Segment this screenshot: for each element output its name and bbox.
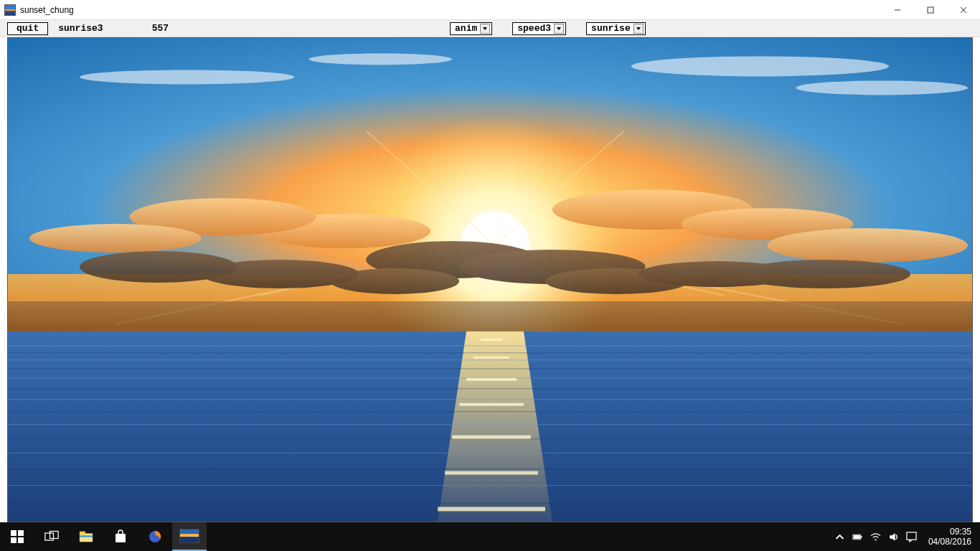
task-view-button[interactable] bbox=[34, 522, 69, 551]
taskbar-clock[interactable]: 09:35 04/08/2016 bbox=[924, 527, 976, 547]
svg-rect-52 bbox=[459, 403, 524, 406]
svg-point-30 bbox=[80, 251, 237, 283]
action-center-icon[interactable] bbox=[906, 532, 917, 542]
scene-select[interactable]: sunrise bbox=[586, 22, 646, 35]
start-button[interactable] bbox=[0, 522, 34, 551]
svg-point-14 bbox=[631, 56, 889, 76]
svg-rect-32 bbox=[8, 301, 972, 331]
titlebar: sunset_chung bbox=[0, 0, 980, 20]
quit-button[interactable]: quit bbox=[7, 22, 48, 35]
svg-rect-59 bbox=[18, 537, 24, 543]
svg-point-17 bbox=[308, 53, 452, 65]
sunset-app-taskbar-icon[interactable] bbox=[172, 522, 207, 551]
svg-rect-71 bbox=[907, 532, 916, 539]
sunset-image bbox=[8, 38, 972, 522]
svg-rect-50 bbox=[473, 357, 509, 359]
svg-rect-55 bbox=[438, 507, 545, 512]
tray-chevron-up-icon[interactable] bbox=[834, 532, 845, 542]
svg-rect-53 bbox=[452, 435, 531, 439]
svg-rect-58 bbox=[11, 537, 17, 543]
file-explorer-icon[interactable] bbox=[69, 522, 103, 551]
window-controls bbox=[881, 0, 980, 20]
svg-point-15 bbox=[796, 80, 968, 95]
toolbar: quit sunrise3 557 anim speed3 sunrise bbox=[0, 20, 980, 37]
image-viewport bbox=[7, 37, 973, 522]
svg-rect-57 bbox=[18, 530, 24, 536]
chevron-down-icon bbox=[480, 24, 490, 34]
svg-rect-61 bbox=[50, 532, 59, 539]
svg-rect-69 bbox=[854, 535, 860, 539]
svg-rect-68 bbox=[861, 535, 862, 537]
close-button[interactable] bbox=[947, 0, 980, 20]
counter-value: 557 bbox=[148, 23, 173, 34]
chevron-down-icon bbox=[633, 24, 644, 34]
svg-rect-49 bbox=[481, 339, 502, 341]
anim-select-value: anim bbox=[455, 23, 477, 34]
taskbar: 09:35 04/08/2016 bbox=[0, 522, 980, 551]
battery-icon[interactable] bbox=[852, 532, 863, 542]
maximize-button[interactable] bbox=[914, 0, 947, 20]
minimize-button[interactable] bbox=[881, 0, 914, 20]
system-tray[interactable] bbox=[834, 532, 917, 542]
svg-point-23 bbox=[29, 224, 202, 253]
svg-rect-60 bbox=[45, 533, 54, 540]
svg-rect-1 bbox=[928, 7, 933, 13]
svg-rect-51 bbox=[466, 378, 517, 381]
wifi-icon[interactable] bbox=[870, 532, 881, 542]
svg-rect-64 bbox=[80, 535, 93, 537]
chevron-down-icon bbox=[554, 24, 564, 34]
window-title: sunset_chung bbox=[20, 5, 74, 15]
scene-select-value: sunrise bbox=[591, 23, 631, 34]
firefox-icon[interactable] bbox=[138, 522, 172, 551]
preset-label: sunrise3 bbox=[54, 23, 107, 34]
svg-point-16 bbox=[80, 70, 295, 84]
clock-time: 09:35 bbox=[928, 527, 971, 537]
svg-point-31 bbox=[738, 260, 910, 288]
speed-select-value: speed3 bbox=[517, 23, 551, 34]
anim-select[interactable]: anim bbox=[450, 22, 492, 35]
svg-rect-54 bbox=[445, 471, 538, 475]
svg-rect-63 bbox=[80, 532, 85, 535]
speed-select[interactable]: speed3 bbox=[512, 22, 566, 35]
svg-rect-56 bbox=[11, 530, 17, 536]
clock-date: 04/08/2016 bbox=[928, 537, 971, 547]
volume-icon[interactable] bbox=[888, 532, 899, 542]
svg-rect-65 bbox=[116, 534, 126, 542]
store-icon[interactable] bbox=[103, 522, 138, 551]
svg-point-70 bbox=[875, 539, 876, 540]
svg-point-20 bbox=[767, 228, 968, 263]
app-icon bbox=[4, 4, 16, 16]
